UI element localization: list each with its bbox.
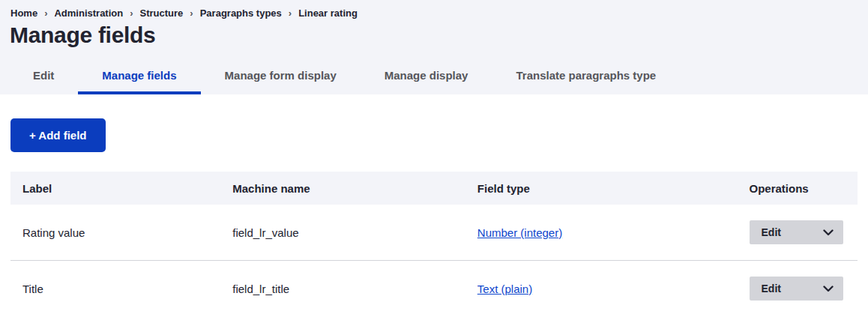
column-header-machine-name: Machine name [220, 172, 465, 205]
field-label-cell: Rating value [10, 205, 220, 261]
machine-name-cell: field_lr_value [220, 205, 465, 261]
tab-manage-display[interactable]: Manage display [361, 59, 492, 94]
tab-manage-form-display[interactable]: Manage form display [201, 59, 361, 94]
table-row: Title field_lr_title Text (plain) Edit [10, 261, 858, 314]
column-header-operations: Operations [738, 172, 858, 205]
breadcrumb: Home › Administration › Structure › Para… [0, 0, 868, 19]
field-label-cell: Title [10, 261, 220, 314]
field-type-cell: Number (integer) [465, 205, 738, 261]
page-title: Manage fields [0, 22, 868, 47]
breadcrumb-item-administration[interactable]: Administration [54, 7, 123, 19]
column-header-label: Label [10, 172, 220, 205]
breadcrumb-item-linear-rating[interactable]: Linear rating [298, 7, 358, 19]
machine-name-cell: field_lr_title [220, 261, 465, 314]
add-field-button[interactable]: + Add field [10, 118, 106, 152]
breadcrumb-separator: › [289, 7, 292, 19]
operations-dropdown[interactable]: Edit [750, 277, 843, 301]
edit-action[interactable]: Edit [762, 283, 781, 295]
breadcrumb-item-home[interactable]: Home [10, 7, 37, 19]
breadcrumb-separator: › [130, 7, 133, 19]
chevron-down-icon[interactable] [823, 286, 834, 292]
operations-dropdown[interactable]: Edit [750, 220, 843, 244]
field-type-link[interactable]: Text (plain) [477, 283, 532, 295]
breadcrumb-separator: › [190, 7, 193, 19]
operations-cell: Edit [738, 205, 858, 261]
main-content: + Add field Label Machine name Field typ… [0, 94, 868, 314]
operations-cell: Edit [738, 261, 858, 314]
column-header-field-type: Field type [465, 172, 738, 205]
breadcrumb-separator: › [44, 7, 47, 19]
edit-action[interactable]: Edit [762, 226, 781, 238]
fields-table: Label Machine name Field type Operations… [10, 172, 858, 314]
tab-edit[interactable]: Edit [9, 59, 78, 94]
tab-translate-paragraphs-type[interactable]: Translate paragraphs type [492, 59, 680, 94]
breadcrumb-item-paragraphs-types[interactable]: Paragraphs types [200, 7, 282, 19]
field-type-link[interactable]: Number (integer) [477, 226, 562, 239]
primary-tabs: Edit Manage fields Manage form display M… [9, 59, 868, 94]
chevron-down-icon[interactable] [823, 229, 834, 236]
breadcrumb-item-structure[interactable]: Structure [140, 7, 184, 19]
field-type-cell: Text (plain) [465, 261, 738, 314]
table-header-row: Label Machine name Field type Operations [10, 172, 858, 205]
table-row: Rating value field_lr_value Number (inte… [10, 205, 858, 261]
tab-manage-fields[interactable]: Manage fields [78, 59, 200, 94]
page-header: Home › Administration › Structure › Para… [0, 0, 868, 94]
